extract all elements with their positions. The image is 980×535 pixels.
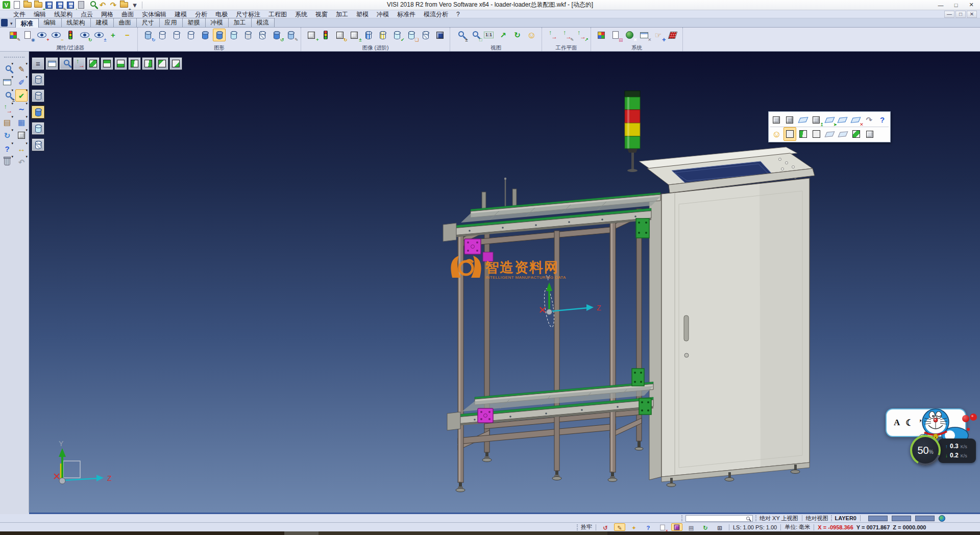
dynamic-rotate-icon[interactable] — [1, 103, 13, 115]
render-options-icon[interactable]: ↺ — [270, 29, 283, 41]
shaded-mode-icon[interactable] — [32, 106, 44, 118]
hide-all-icon[interactable]: − — [121, 29, 134, 41]
status-search[interactable] — [685, 515, 753, 522]
axis-view-icon[interactable] — [73, 57, 86, 70]
maximize-button[interactable]: □ — [948, 1, 964, 10]
solid-round-icon[interactable] — [783, 113, 796, 127]
lock-label[interactable]: 拴牢 — [581, 523, 592, 531]
add-image-icon[interactable]: + — [305, 29, 317, 41]
units-label[interactable]: 单位: 毫米 — [785, 523, 810, 531]
back-view-icon[interactable] — [142, 57, 155, 70]
hide-entities-icon[interactable]: − — [50, 29, 62, 41]
top-view-icon[interactable] — [101, 57, 113, 70]
zoom-extents-icon[interactable]: ↗ — [497, 29, 509, 41]
translucent-view-icon[interactable] — [227, 29, 240, 41]
menu-flow-analysis[interactable]: 模流分析 — [420, 10, 452, 18]
menu-system[interactable]: 系统 — [291, 10, 311, 18]
solid-extract-icon[interactable]: ↥ — [810, 113, 823, 127]
save-as-icon[interactable]: ✎ — [55, 1, 65, 10]
image-refresh-icon[interactable]: ↻ — [333, 29, 346, 41]
menu-machining[interactable]: 加工 — [332, 10, 352, 18]
color-swatch[interactable] — [915, 516, 935, 521]
hidden-line-mode-icon[interactable] — [32, 89, 44, 102]
refresh-graphics-icon[interactable]: ↻ — [141, 29, 154, 41]
surface-bend-icon[interactable] — [797, 113, 810, 127]
surface-wave-icon[interactable] — [836, 113, 849, 127]
workbook-icon[interactable] — [1, 19, 8, 27]
customize-quickaccess-icon[interactable]: ▾ — [130, 1, 140, 10]
filter-traffic-icon[interactable] — [64, 29, 77, 41]
show-entities-icon[interactable]: + — [35, 29, 48, 41]
mdi-minimize-button[interactable]: — — [944, 11, 954, 18]
zoom-window-icon[interactable] — [1, 76, 13, 88]
shaded-edges-icon[interactable] — [213, 29, 226, 41]
image-toggle-icon[interactable]: ± — [348, 29, 360, 41]
tab-application[interactable]: 应用 — [159, 18, 183, 27]
status-stack-icon[interactable]: ▤ — [685, 523, 697, 531]
sketch-icon[interactable]: ✐ — [15, 76, 28, 88]
flat-view-icon[interactable] — [241, 29, 254, 41]
wireframe-mode-icon[interactable] — [32, 73, 44, 86]
save-icon[interactable] — [44, 1, 54, 10]
calculator-icon[interactable]: ▤ — [609, 29, 622, 41]
redo-icon[interactable]: ↷ — [108, 1, 118, 10]
workplane-icon[interactable] — [546, 29, 558, 41]
tab-edit[interactable]: 编辑 — [38, 18, 62, 27]
solid-edge-icon[interactable] — [770, 113, 783, 127]
mdi-close-button[interactable]: ✕ — [967, 11, 977, 18]
menu-pointcloud[interactable]: 点云 — [77, 10, 97, 18]
tab-wireframe[interactable]: 线架构 — [61, 18, 91, 27]
help-icon[interactable]: ? — [1, 142, 13, 155]
color-swatch[interactable] — [892, 516, 911, 521]
tab-modeling[interactable]: 建模 — [90, 18, 114, 27]
status-box-delete-icon[interactable]: ✕ — [657, 523, 668, 531]
menu-edit[interactable]: 编辑 — [30, 10, 50, 18]
edit-attributes-icon[interactable]: ✎ — [15, 63, 28, 75]
toolbar-grip[interactable] — [4, 57, 24, 60]
layer-attributes-icon[interactable]: ▤ — [1, 116, 13, 128]
ime-mode-key[interactable]: A — [894, 418, 900, 428]
color-swatch[interactable] — [868, 516, 888, 521]
globe-icon[interactable] — [939, 515, 945, 522]
workplane-align-icon[interactable]: ↗ — [574, 29, 587, 41]
workplane-edit-icon[interactable]: ✎ — [560, 29, 573, 41]
viewport-menu-icon[interactable]: ≡ — [32, 57, 44, 70]
window-tools-icon[interactable]: ✕ — [638, 29, 650, 41]
smiley-view-icon[interactable]: ☺ — [770, 127, 783, 141]
refresh-visibility-icon[interactable]: ↻ — [78, 29, 91, 41]
undo-grey-icon[interactable]: ↶ — [15, 156, 28, 168]
status-key-icon[interactable]: ✦ — [628, 523, 640, 531]
fit-view-icon[interactable] — [45, 57, 58, 70]
regenerate-icon[interactable]: ↻ — [1, 129, 13, 141]
hatched-mode-icon[interactable] — [32, 138, 44, 151]
tab-surface[interactable]: 曲面 — [113, 18, 137, 27]
undo-icon[interactable]: ↶ — [97, 1, 108, 10]
tab-mould[interactable]: 塑膜 — [182, 18, 206, 27]
striped-blue-icon[interactable] — [362, 29, 375, 41]
slant-plate2-icon[interactable] — [837, 127, 849, 141]
toggle-visibility-icon[interactable]: ± — [92, 29, 105, 41]
zoom-1to1-icon[interactable]: 1:1 — [482, 29, 495, 41]
menu-mould[interactable]: 塑模 — [352, 10, 373, 18]
solid-view-icon[interactable] — [433, 29, 446, 41]
surface-flip-icon[interactable]: ➤ — [823, 113, 836, 127]
wireframe-thin-icon[interactable] — [170, 29, 183, 41]
ime-moon-icon[interactable]: ☾ — [905, 418, 913, 428]
grey-wire-cube-icon[interactable] — [810, 127, 823, 141]
status-edit-icon[interactable]: ✎ — [614, 523, 625, 531]
grey-cube-icon[interactable] — [863, 127, 876, 141]
mdi-restore-button[interactable]: □ — [955, 11, 966, 18]
menu-drawing[interactable]: 工程图 — [264, 10, 291, 18]
surface-delete-icon[interactable]: ✕ — [849, 113, 862, 127]
status-gem-icon[interactable] — [671, 523, 682, 531]
tab-dimension[interactable]: 尺寸 — [136, 18, 160, 27]
menu-modeling[interactable]: 建模 — [170, 10, 191, 18]
wire-cube-icon[interactable] — [783, 127, 796, 141]
insert-file-icon[interactable]: + — [33, 1, 43, 10]
preview-icon[interactable] — [87, 1, 97, 10]
zoom-view-icon[interactable] — [59, 57, 72, 70]
menu-surface[interactable]: 曲面 — [117, 10, 138, 18]
hatched-view-icon[interactable] — [256, 29, 268, 41]
blue-wire-cube-icon[interactable] — [797, 127, 810, 141]
status-regen-icon[interactable]: ↻ — [700, 523, 711, 531]
